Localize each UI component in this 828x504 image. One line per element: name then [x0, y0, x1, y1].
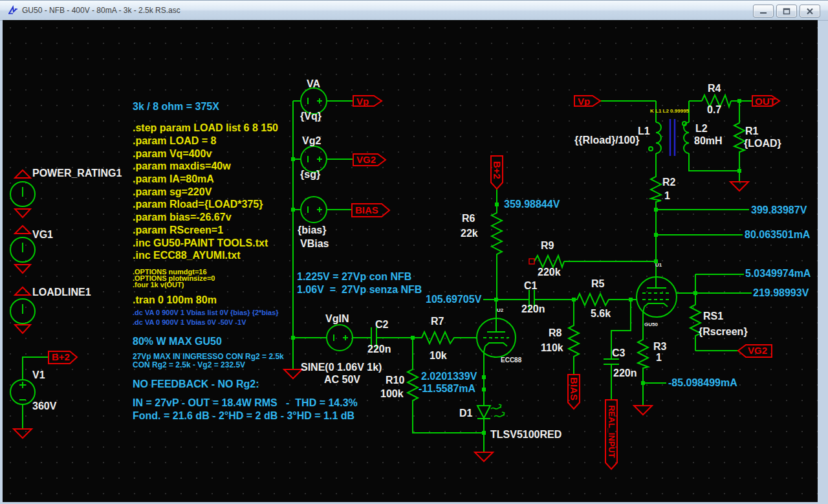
source-label-vgin[interactable]: VgIN — [325, 313, 349, 325]
tube-ref-u2[interactable]: U2 — [497, 308, 503, 314]
comment-dc-sweep-1[interactable]: .dc VA 0 900V 1 Vbias list 0V {bias} {2*… — [133, 309, 279, 316]
source-label-vg1[interactable]: VG1 — [32, 229, 53, 241]
source-value-vg2[interactable]: {sg} — [300, 169, 320, 181]
component-label-r10[interactable]: R10 — [386, 375, 404, 386]
flag-real-input[interactable]: REAL_INPUT — [607, 405, 616, 458]
component-value-c1[interactable]: 220n — [521, 303, 545, 315]
title-bar: GU50 - NFB - 400V - 80mA - 3k - 2.5k RS.… — [0, 1, 828, 21]
close-button[interactable] — [800, 5, 820, 17]
component-value-r10[interactable]: 100k — [380, 388, 404, 400]
schematic-canvas[interactable] — [3, 20, 818, 502]
component-value-r3[interactable]: 1 — [656, 352, 662, 364]
component-label-r1[interactable]: R1 — [745, 126, 758, 137]
app-icon — [8, 5, 19, 18]
directive-inc-gu50[interactable]: .inc GU50-PAINT TOOLS.txt — [133, 237, 268, 249]
maximize-button[interactable] — [776, 5, 797, 17]
directive-param-sg[interactable]: .param sg=220V — [133, 186, 212, 198]
measurement-cathode-current: -11.5587mA — [419, 383, 475, 395]
source-label-va[interactable]: VA — [307, 78, 320, 90]
note-fond-hd[interactable]: Fond. = 21.6 dB - 2°HD = 2 dB - 3°HD = 1… — [133, 410, 354, 422]
flag-b2-right[interactable]: B+2 — [492, 161, 503, 179]
component-label-r5[interactable]: R5 — [591, 278, 604, 290]
directive-tran[interactable]: .tran 0 100m 80m — [133, 294, 217, 306]
transformer-core — [670, 119, 675, 156]
component-value-l1[interactable]: {{Rload}/100} — [574, 135, 640, 146]
component-value-rs1[interactable]: {Rscreen} — [699, 326, 748, 338]
coupling-statement[interactable]: K L1 L2 0.99995 — [650, 109, 689, 115]
source-value-vgin-sine[interactable]: SINE(0 1.06V 1k) — [301, 362, 382, 373]
component-label-rs1[interactable]: RS1 — [703, 311, 723, 322]
component-label-r4[interactable]: R4 — [708, 83, 721, 94]
component-label-r6[interactable]: R6 — [462, 213, 475, 225]
component-value-r8[interactable]: 110k — [541, 342, 563, 354]
component-value-r7[interactable]: 10k — [430, 350, 447, 362]
component-label-r8[interactable]: R8 — [549, 327, 561, 339]
component-label-r7[interactable]: R7 — [431, 316, 444, 327]
component-value-l2[interactable]: 80mH — [694, 135, 723, 147]
ltspice-window: GU50 - NFB - 400V - 80mA - 3k - 2.5k RS.… — [0, 0, 828, 504]
note-nfb-2[interactable]: 1.06V = 27Vp senza NFB — [297, 284, 422, 296]
component-label-d1[interactable]: D1 — [459, 408, 472, 419]
component-label-c2[interactable]: C2 — [375, 319, 388, 331]
component-value-r4[interactable]: 0.7 — [707, 104, 721, 116]
component-value-r9[interactable]: 220k — [538, 267, 561, 278]
source-value-vbias[interactable]: {bias} — [298, 225, 326, 236]
component-label-c1[interactable]: C1 — [524, 280, 537, 292]
flag-bias-bottom[interactable]: BIAS — [569, 377, 580, 400]
directive-step[interactable]: .step param LOAD list 6 8 150 — [133, 122, 278, 134]
component-label-r3[interactable]: R3 — [653, 341, 666, 353]
minimize-button[interactable] — [753, 5, 774, 17]
measurement-cathode-voltage: 2.0201339V — [421, 371, 477, 382]
component-value-r5[interactable]: 5.6k — [591, 308, 611, 320]
directive-param-load[interactable]: .param LOAD = 8 — [133, 135, 216, 147]
tube-ref-u1[interactable]: U1 — [655, 263, 662, 268]
flag-vp[interactable]: Vp — [356, 96, 369, 107]
source-value-v1[interactable]: 360V — [32, 400, 56, 412]
source-value-vgin-ac[interactable]: AC 50V — [324, 374, 360, 386]
component-label-c3[interactable]: C3 — [612, 347, 625, 359]
directive-param-maxdis[interactable]: .param maxdis=40w — [133, 160, 231, 172]
component-value-r1[interactable]: {LOAD} — [744, 138, 781, 149]
component-label-r2[interactable]: R2 — [662, 177, 675, 188]
source-label-vg2[interactable]: Vg2 — [302, 135, 321, 147]
measurement-screen-voltage: 219.98993V — [753, 287, 809, 299]
flag-vg2-right[interactable]: VG2 — [748, 345, 767, 356]
component-value-c2[interactable]: 220n — [367, 344, 391, 355]
comment-dc-sweep-2[interactable]: .dc VA 0 900V 1 Vbias 0V -50V -1V — [133, 318, 246, 326]
note-no-feedback[interactable]: NO FEEDBACK - NO Rg2: — [133, 378, 259, 390]
source-label-loadline1[interactable]: LOADLINE1 — [32, 287, 91, 298]
schematic-area[interactable]: POWER_RATING1 VG1 LOADLINE1 V1 360V VA {… — [3, 20, 818, 502]
directive-param-rscreen[interactable]: .param RScreen=1 — [133, 225, 223, 236]
flag-vp-right[interactable]: Vp — [578, 96, 590, 107]
component-label-l2[interactable]: L2 — [695, 123, 708, 135]
directive-param-ia[interactable]: .param IA=80mA — [133, 173, 214, 185]
flag-b2-left[interactable]: B+2 — [52, 352, 70, 363]
directive-param-vq[interactable]: .param Vq=400v — [133, 148, 212, 160]
note-80pct-max[interactable]: 80% W MAX GU50 — [133, 336, 222, 347]
component-value-r2[interactable]: 1 — [664, 190, 670, 202]
component-label-l1[interactable]: L1 — [638, 126, 650, 137]
source-value-va[interactable]: {Vq} — [300, 111, 321, 122]
directive-four[interactable]: .four 1k v(OUT) — [133, 281, 184, 289]
directive-param-rload[interactable]: .param Rload={LOAD*375} — [133, 199, 263, 210]
flag-vg2[interactable]: VG2 — [356, 155, 376, 166]
component-value-c3[interactable]: 220n — [613, 367, 637, 379]
source-label-power-rating1[interactable]: POWER_RATING1 — [32, 168, 122, 179]
component-value-r6[interactable]: 22k — [461, 228, 478, 239]
source-label-vbias[interactable]: VBias — [300, 238, 329, 250]
directive-inc-ecc88[interactable]: .inc ECC88_AYUMI.txt — [133, 250, 241, 261]
flag-bias[interactable]: BIAS — [355, 205, 378, 216]
note-ratio[interactable]: 3k / 8 ohm = 375X — [133, 101, 219, 113]
tube-model-gu50[interactable]: GU50 — [644, 322, 658, 328]
tube-model-ecc88[interactable]: ECC88 — [501, 356, 521, 364]
component-value-d1[interactable]: TLSV5100RED — [490, 429, 561, 441]
flag-out[interactable]: OUT — [755, 96, 776, 107]
measurement-ecc88-plate: 105.69705V — [426, 294, 481, 305]
measurement-b2-node: 359.98844V — [504, 199, 560, 210]
source-label-v1[interactable]: V1 — [32, 369, 45, 381]
component-label-r9[interactable]: R9 — [541, 240, 554, 252]
directive-param-bias[interactable]: .param bias=-26.67v — [133, 212, 232, 223]
note-in-out-thd[interactable]: IN = 27vP - OUT = 18.4W RMS - THD = 14.3… — [133, 397, 358, 409]
note-con-rg2[interactable]: CON Rg2 = 2.5k - Vg2 = 232.5V — [133, 361, 245, 369]
note-nfb-1[interactable]: 1.225V = 27Vp con NFB — [297, 271, 411, 283]
